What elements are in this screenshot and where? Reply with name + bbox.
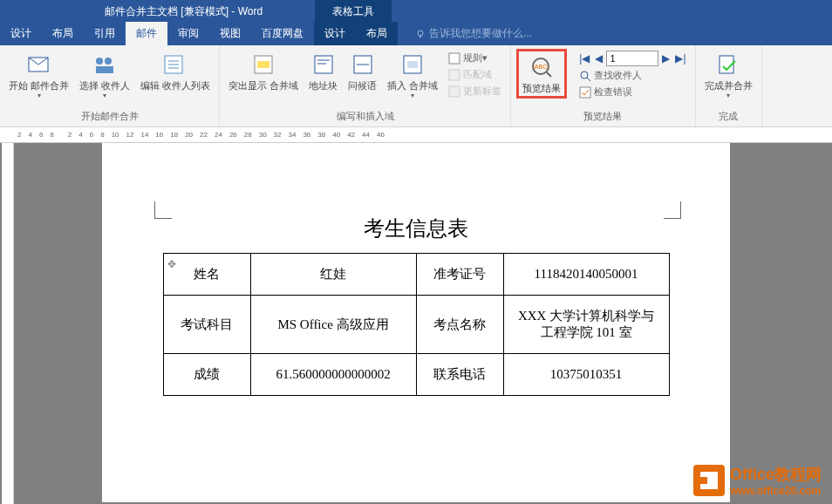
svg-point-4: [105, 58, 112, 65]
tab-review[interactable]: 审阅: [167, 22, 209, 45]
record-navigation: |◀ ◀ ▶ ▶|: [577, 51, 687, 66]
group-label-finish: 完成: [701, 110, 756, 123]
rules-button[interactable]: 规则 ▾: [447, 51, 503, 65]
rules-icon: [448, 52, 460, 65]
document-heading[interactable]: 考生信息表: [137, 215, 695, 242]
ribbon: 开始 邮件合并 ▾ 选择 收件人 ▾ 编辑 收件人列表 开始邮件合并 突出显示 …: [0, 45, 832, 127]
address-icon: [313, 54, 334, 75]
lightbulb-icon: [415, 29, 426, 39]
group-label-write: 编写和插入域: [225, 110, 505, 123]
document-title: 邮件合并主文档 [兼容模式] - Word: [105, 4, 263, 19]
ribbon-group-finish: 完成并合并 ▾ 完成: [696, 45, 762, 126]
cell-examid-label[interactable]: 准考证号: [416, 254, 503, 296]
match-icon: [448, 69, 460, 81]
ribbon-group-preview: ‹ABC› 预览结果 |◀ ◀ ▶ ▶| 查找收件人 检查错误 预览结果: [511, 45, 695, 126]
svg-rect-1: [419, 36, 421, 37]
svg-point-3: [96, 58, 103, 65]
watermark-title: Office教程网: [730, 464, 822, 485]
table-anchor-icon[interactable]: ✥: [167, 258, 176, 270]
merge-field-icon: [402, 54, 423, 75]
ribbon-tabs: 设计 布局 引用 邮件 审阅 视图 百度网盘 设计 布局 告诉我您想要做什么..…: [0, 23, 832, 45]
horizontal-ruler[interactable]: 2468246810121416182022242628303234363840…: [0, 127, 832, 143]
svg-rect-5: [96, 66, 113, 73]
insert-merge-field-button[interactable]: 插入 合并域 ▾: [384, 49, 441, 101]
table-row[interactable]: 姓名 红娃 准考证号 1118420140050001: [163, 254, 669, 296]
find-recipient-button[interactable]: 查找收件人: [577, 68, 687, 83]
svg-rect-11: [257, 61, 269, 68]
cell-subject-value[interactable]: MS Office 高级应用: [250, 296, 416, 354]
tab-view[interactable]: 视图: [209, 22, 251, 45]
svg-line-24: [547, 72, 551, 77]
cell-location-value[interactable]: XXX 大学计算机科学与工程学院 101 室: [503, 296, 669, 354]
cell-score-label[interactable]: 成绩: [163, 354, 250, 396]
highlight-fields-button[interactable]: 突出显示 合并域: [225, 49, 302, 93]
svg-rect-27: [580, 87, 590, 98]
greeting-icon: [352, 54, 373, 75]
tab-mailings[interactable]: 邮件: [126, 22, 167, 45]
cell-score-value[interactable]: 61.560000000000002: [250, 354, 416, 396]
watermark: Office教程网 www.office26.com: [693, 464, 822, 497]
finish-merge-button[interactable]: 完成并合并 ▾: [701, 49, 756, 101]
table-row[interactable]: 考试科目 MS Office 高级应用 考点名称 XXX 大学计算机科学与工程学…: [163, 296, 669, 354]
update-icon: [448, 85, 460, 98]
list-edit-icon: [163, 54, 188, 75]
crop-mark-icon: [154, 201, 172, 219]
address-block-button[interactable]: 地址块: [305, 49, 341, 93]
search-icon: [579, 70, 591, 82]
cell-name-label[interactable]: 姓名: [163, 254, 250, 296]
tell-me-search[interactable]: 告诉我您想要做什么...: [411, 22, 536, 45]
edit-recipients-button[interactable]: 编辑 收件人列表: [137, 49, 214, 93]
title-bar: 邮件合并主文档 [兼容模式] - Word 表格工具: [0, 0, 832, 23]
check-icon: [579, 86, 591, 99]
office-logo-icon: [693, 465, 725, 496]
select-recipients-button[interactable]: 选择 收件人 ▾: [76, 49, 133, 101]
page[interactable]: 考生信息表 ✥ 姓名 红娃 准考证号 1118420140050001 考试科目…: [102, 143, 730, 502]
vertical-ruler[interactable]: [2, 143, 14, 504]
next-record-button[interactable]: ▶: [660, 52, 672, 65]
people-icon: [92, 54, 117, 75]
finish-icon: [716, 54, 740, 75]
info-table[interactable]: 姓名 红娃 准考证号 1118420140050001 考试科目 MS Offi…: [163, 253, 670, 396]
document-area[interactable]: 考生信息表 ✥ 姓名 红娃 准考证号 1118420140050001 考试科目…: [0, 143, 832, 504]
update-labels-button: 更新标签: [447, 84, 503, 99]
start-mail-merge-button[interactable]: 开始 邮件合并 ▾: [5, 49, 72, 101]
prev-record-button[interactable]: ◀: [593, 52, 604, 65]
tab-table-design[interactable]: 设计: [314, 22, 356, 45]
record-number-input[interactable]: [606, 51, 658, 66]
context-tab-label: 表格工具: [315, 0, 392, 23]
check-errors-button[interactable]: 检查错误: [577, 85, 687, 99]
cell-name-value[interactable]: 红娃: [250, 254, 416, 296]
cell-location-label[interactable]: 考点名称: [416, 296, 503, 354]
envelope-icon: [27, 54, 51, 75]
tab-references[interactable]: 引用: [84, 22, 126, 45]
svg-rect-21: [449, 86, 460, 97]
table-row[interactable]: 成绩 61.560000000000002 联系电话 10375010351: [163, 354, 669, 396]
svg-text:‹ABC›: ‹ABC›: [533, 64, 550, 70]
preview-results-button[interactable]: ‹ABC› 预览结果: [516, 49, 567, 99]
first-record-button[interactable]: |◀: [577, 52, 591, 65]
group-label-start: 开始邮件合并: [5, 110, 214, 123]
tab-table-layout[interactable]: 布局: [356, 22, 398, 45]
cell-phone-label[interactable]: 联系电话: [416, 354, 503, 396]
tab-layout[interactable]: 布局: [42, 22, 84, 45]
match-fields-button[interactable]: 匹配域: [447, 67, 503, 82]
greeting-line-button[interactable]: 问候语: [344, 49, 380, 93]
svg-rect-12: [315, 56, 332, 73]
tab-baidu[interactable]: 百度网盘: [251, 22, 314, 45]
cell-examid-value[interactable]: 1118420140050001: [503, 254, 669, 296]
watermark-url: www.office26.com: [730, 485, 822, 497]
svg-rect-19: [449, 53, 460, 64]
svg-rect-18: [407, 61, 418, 68]
svg-rect-20: [449, 70, 460, 80]
last-record-button[interactable]: ▶|: [673, 52, 687, 65]
ribbon-group-write: 突出显示 合并域 地址块 问候语 插入 合并域 ▾ 规则 ▾ 匹配域 更新标签 …: [220, 45, 511, 126]
cell-phone-value[interactable]: 10375010351: [503, 354, 669, 396]
svg-line-26: [587, 78, 590, 81]
cell-subject-label[interactable]: 考试科目: [163, 296, 250, 354]
tab-design[interactable]: 设计: [0, 22, 42, 45]
crop-mark-icon: [664, 201, 681, 219]
svg-point-0: [418, 31, 423, 36]
group-label-preview: 预览结果: [516, 110, 689, 123]
svg-point-25: [581, 72, 588, 78]
magnifier-icon: ‹ABC›: [529, 55, 554, 79]
